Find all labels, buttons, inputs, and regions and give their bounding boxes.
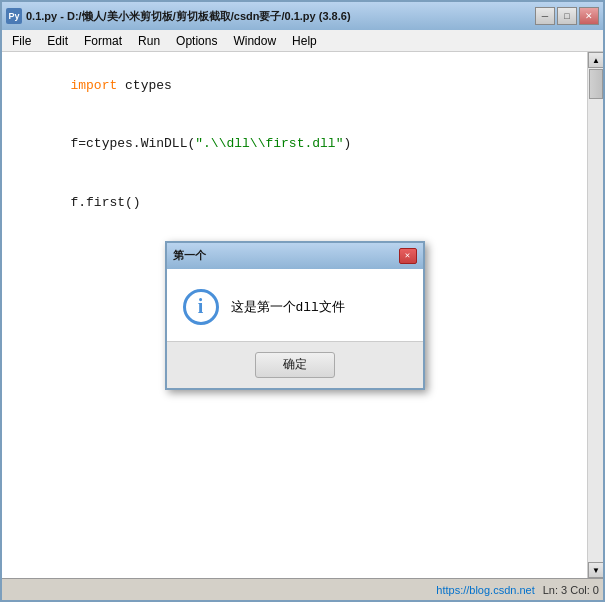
- info-icon: i: [183, 289, 219, 325]
- scroll-down-button[interactable]: ▼: [588, 562, 603, 578]
- code-line-1: import ctypes: [8, 56, 581, 115]
- dialog-footer: 确定: [167, 341, 423, 388]
- scrollbar-thumb[interactable]: [589, 69, 603, 99]
- dialog-title: 第一个: [173, 248, 399, 263]
- menu-bar: File Edit Format Run Options Window Help: [2, 30, 603, 52]
- code-line-3: f.first(): [8, 173, 581, 232]
- status-bar: https://blog.csdn.net Ln: 3 Col: 0: [2, 578, 603, 600]
- string-path: ".\\dll\\first.dll": [195, 136, 343, 151]
- main-window: Py 0.1.py - D:/懒人/美小米剪切板/剪切板截取/csdn要子/0.…: [0, 0, 605, 602]
- dialog-message: 这是第一个dll文件: [231, 298, 345, 316]
- window-title: 0.1.py - D:/懒人/美小米剪切板/剪切板截取/csdn要子/0.1.p…: [26, 9, 535, 24]
- minimize-button[interactable]: ─: [535, 7, 555, 25]
- editor-content[interactable]: import ctypes f=ctypes.WinDLL(".\\dll\\f…: [2, 52, 587, 578]
- dialog-title-bar: 第一个 ✕: [167, 243, 423, 269]
- maximize-button[interactable]: □: [557, 7, 577, 25]
- menu-help[interactable]: Help: [284, 32, 325, 50]
- title-bar: Py 0.1.py - D:/懒人/美小米剪切板/剪切板截取/csdn要子/0.…: [2, 2, 603, 30]
- close-button[interactable]: ✕: [579, 7, 599, 25]
- scroll-up-button[interactable]: ▲: [588, 52, 603, 68]
- menu-window[interactable]: Window: [225, 32, 284, 50]
- scrollbar-track[interactable]: [588, 68, 603, 562]
- vertical-scrollbar: ▲ ▼: [587, 52, 603, 578]
- dialog-body: i 这是第一个dll文件: [167, 269, 423, 341]
- menu-edit[interactable]: Edit: [39, 32, 76, 50]
- status-link[interactable]: https://blog.csdn.net: [436, 584, 534, 596]
- menu-file[interactable]: File: [4, 32, 39, 50]
- menu-run[interactable]: Run: [130, 32, 168, 50]
- code-line-2: f=ctypes.WinDLL(".\\dll\\first.dll"): [8, 115, 581, 174]
- menu-options[interactable]: Options: [168, 32, 225, 50]
- dialog-ok-button[interactable]: 确定: [255, 352, 335, 378]
- editor-wrapper: import ctypes f=ctypes.WinDLL(".\\dll\\f…: [2, 52, 603, 578]
- dialog-close-button[interactable]: ✕: [399, 248, 417, 264]
- title-buttons: ─ □ ✕: [535, 7, 599, 25]
- status-position: Ln: 3 Col: 0: [543, 584, 599, 596]
- keyword-import: import: [70, 78, 117, 93]
- app-icon: Py: [6, 8, 22, 24]
- dialog-box: 第一个 ✕ i 这是第一个dll文件 确定: [165, 241, 425, 390]
- menu-format[interactable]: Format: [76, 32, 130, 50]
